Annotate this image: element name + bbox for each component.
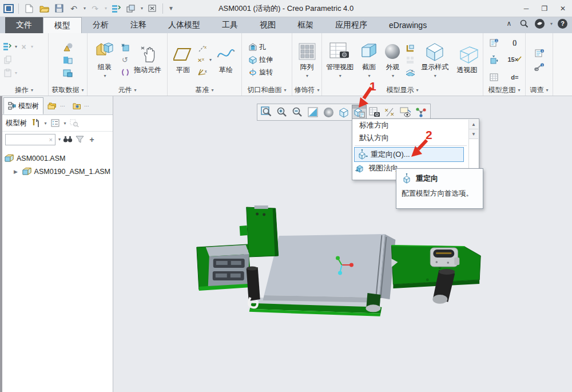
csys-icon[interactable]: x xyxy=(197,67,207,77)
switch-symbols-icon[interactable] xyxy=(489,72,499,82)
regenerate-icon[interactable] xyxy=(110,3,122,14)
search-dropdown-icon[interactable]: ▾ xyxy=(58,137,61,142)
minimize-button[interactable]: ─ xyxy=(517,0,535,17)
zoom-out-icon[interactable] xyxy=(290,105,305,120)
delete-icon[interactable]: × xyxy=(19,42,29,52)
sections-button[interactable]: 截面 ▾ xyxy=(358,42,379,78)
sketch-button[interactable]: 草绘 xyxy=(214,45,238,75)
tab-manikin[interactable]: 人体模型 xyxy=(157,17,211,33)
axis-icon[interactable]: x xyxy=(197,43,207,53)
tab-framework[interactable]: 框架 xyxy=(287,17,324,33)
regenerate-small-icon[interactable] xyxy=(3,42,13,52)
menu-item-reorient[interactable]: 重定向(O)... xyxy=(354,147,464,162)
manage-views-dropdown-icon[interactable]: ▾ xyxy=(339,73,341,78)
repeat-icon[interactable]: ↺ xyxy=(120,55,130,65)
tree-filters-icon[interactable] xyxy=(50,118,60,128)
tree-row-root[interactable]: ASM0001.ASM xyxy=(5,152,110,165)
tree-filters-dropdown-icon[interactable]: ▾ xyxy=(64,121,66,126)
folder-browser-tab[interactable]: ⋯ xyxy=(43,97,69,114)
window-dropdown-icon[interactable]: ▾ xyxy=(141,6,143,11)
sections-dropdown-icon[interactable]: ▾ xyxy=(368,73,370,78)
menu-item-default-orientation[interactable]: 默认方向 xyxy=(352,132,467,144)
group-model-intent-arrow-icon[interactable]: ▾ xyxy=(518,88,520,93)
tab-view[interactable]: 视图 xyxy=(249,17,287,33)
reference-viewer-icon[interactable]: 1 xyxy=(534,62,544,72)
shrinkwrap-icon[interactable] xyxy=(63,68,73,77)
scroll-down-icon[interactable]: ▼ xyxy=(469,129,478,139)
group-label-component[interactable]: 元件 xyxy=(118,85,132,95)
graphics-area[interactable]: ✕✕ 标准方向 默认方向 重定向(O)... 视图法向 ▲ ▼ 重定向 配置模型… xyxy=(113,96,572,392)
assemble-dropdown-icon[interactable]: ▾ xyxy=(104,73,106,78)
tab-analysis[interactable]: 分析 xyxy=(82,17,120,33)
group-label-investigate[interactable]: 调查 xyxy=(530,85,543,95)
pattern-dropdown-icon[interactable]: ▾ xyxy=(306,73,308,78)
display-style-dropdown-icon[interactable]: ▾ xyxy=(434,73,436,78)
extrude-button[interactable]: 拉伸 xyxy=(248,55,273,65)
maximize-button[interactable]: ❐ xyxy=(535,0,554,17)
tab-edrawings[interactable]: eDrawings xyxy=(378,17,438,33)
group-modifiers-arrow-icon[interactable]: ▾ xyxy=(317,88,319,93)
annotation-display-icon[interactable] xyxy=(398,105,413,120)
publish-geometry-icon[interactable]: 1 xyxy=(489,38,499,47)
flexible-move-icon[interactable] xyxy=(489,55,499,65)
find-binoculars-icon[interactable] xyxy=(63,134,73,144)
regenerate-dropdown-icon[interactable]: ▾ xyxy=(15,44,17,49)
add-filter-icon[interactable]: + xyxy=(87,134,97,144)
group-investigate-arrow-icon[interactable]: ▾ xyxy=(546,88,548,93)
customize-qat-icon[interactable]: ▼ xyxy=(168,5,174,11)
search-icon[interactable] xyxy=(519,18,530,29)
model-viewport[interactable] xyxy=(113,96,572,392)
tab-file[interactable]: 文件 xyxy=(5,17,43,33)
undo-dropdown-icon[interactable]: ▾ xyxy=(84,6,86,11)
spin-center-toggle-icon[interactable] xyxy=(414,105,428,120)
manage-views-button[interactable]: 管理视图 ▾ xyxy=(325,42,355,78)
close-window-icon[interactable] xyxy=(146,3,158,14)
community-dropdown-icon[interactable]: ▾ xyxy=(550,21,553,26)
collapse-ribbon-icon[interactable]: ∧ xyxy=(504,18,514,29)
group-model-display-arrow-icon[interactable]: ▾ xyxy=(416,88,418,93)
parameters-button[interactable]: () xyxy=(513,39,517,46)
favorites-more-icon[interactable]: ⋯ xyxy=(84,104,89,109)
tree-search-input[interactable]: × xyxy=(5,134,55,145)
expand-icon[interactable]: ▶ xyxy=(14,169,19,175)
create-component-icon[interactable] xyxy=(120,42,130,52)
appearance-button[interactable]: 外观 ▾ xyxy=(383,42,403,78)
drag-component-button[interactable]: 拖动元件 xyxy=(132,45,163,75)
open-file-icon[interactable] xyxy=(38,3,50,14)
display-settings-icon[interactable] xyxy=(406,43,415,53)
save-icon[interactable] xyxy=(53,3,65,14)
copy-geometry-icon[interactable] xyxy=(63,55,73,65)
tab-applications[interactable]: 应用程序 xyxy=(324,17,378,33)
group-get-data-arrow-icon[interactable]: ▾ xyxy=(81,88,84,93)
point-dropdown-icon[interactable]: ▾ xyxy=(209,57,212,62)
group-cut-surface-arrow-icon[interactable]: ▾ xyxy=(284,88,286,93)
tree-tools-icon[interactable] xyxy=(31,118,41,128)
shade-icon[interactable] xyxy=(321,105,336,120)
module-plate[interactable] xyxy=(264,234,385,298)
hole-button[interactable]: 孔 xyxy=(248,42,266,52)
new-window-icon[interactable] xyxy=(125,3,137,14)
revolve-button[interactable]: 旋转 xyxy=(248,68,273,77)
redo-icon[interactable]: ↷ xyxy=(89,3,101,14)
new-file-icon[interactable] xyxy=(23,3,35,14)
zoom-in-icon[interactable] xyxy=(275,105,289,120)
group-label-model-intent[interactable]: 模型意图 xyxy=(488,85,515,95)
group-label-datum[interactable]: 基准 xyxy=(195,85,209,95)
help-icon[interactable]: ? xyxy=(558,19,567,29)
folder-browser-more-icon[interactable]: ⋯ xyxy=(60,104,65,109)
tab-annotate[interactable]: 注释 xyxy=(120,17,157,33)
tree-tools-dropdown-icon[interactable]: ▾ xyxy=(45,121,47,126)
clear-search-icon[interactable]: × xyxy=(49,136,53,143)
family-table-button[interactable]: 15× xyxy=(507,56,522,63)
tree-row-child[interactable]: ▶ ASM0190_ASM_1.ASM xyxy=(5,165,110,178)
relations-button[interactable]: d= xyxy=(511,74,518,81)
group-label-model-display[interactable]: 模型显示 xyxy=(386,85,414,95)
delete-dropdown-icon[interactable]: ▾ xyxy=(31,44,33,49)
mirror-component-icon[interactable] xyxy=(120,68,130,77)
favorites-tab[interactable]: ✱ ⋯ xyxy=(69,97,93,114)
redo-dropdown-icon[interactable]: ▾ xyxy=(105,6,107,11)
bom-icon[interactable]: 1 xyxy=(534,48,544,58)
group-operations-arrow-icon[interactable]: ▾ xyxy=(31,88,33,93)
datum-display-filter-icon[interactable]: ✕✕ xyxy=(383,105,398,120)
user-defined-feature-icon[interactable] xyxy=(63,42,73,52)
